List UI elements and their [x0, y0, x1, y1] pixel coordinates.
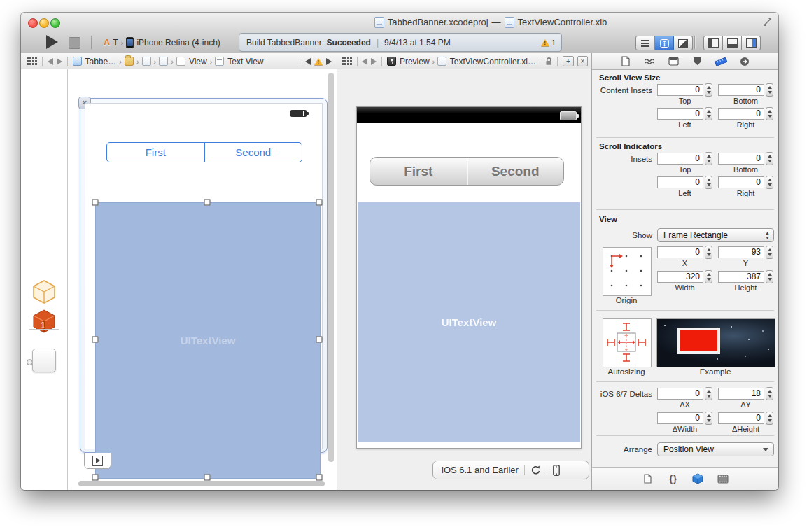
add-assistant-editor-button[interactable]: + [563, 56, 573, 66]
delta-width-stepper[interactable] [705, 412, 712, 425]
segment-first[interactable]: First [107, 143, 204, 162]
scheme-selector[interactable]: A T › iPhone Retina (4-inch) [104, 31, 220, 53]
assistant-editor-button[interactable] [655, 36, 674, 50]
delta-width-field[interactable]: 0 [657, 412, 703, 424]
fullscreen-icon[interactable] [762, 17, 773, 27]
delta-y-stepper[interactable] [766, 387, 773, 400]
indicator-inset-right-field[interactable]: 0 [718, 176, 764, 188]
content-inset-right-field[interactable]: 0 [718, 108, 764, 120]
code-snippet-icon[interactable]: { } [666, 473, 679, 484]
content-inset-bottom-stepper[interactable] [766, 83, 773, 97]
autosizing-widget[interactable] [603, 318, 652, 368]
preview-version-label[interactable]: iOS 6.1 and Earlier [442, 465, 519, 475]
related-items-icon[interactable] [27, 57, 37, 65]
quick-help-icon[interactable] [643, 56, 656, 67]
indicator-inset-bottom-field[interactable]: 0 [718, 153, 764, 164]
folder-icon[interactable] [125, 57, 134, 66]
arrange-pulldown[interactable]: Position View [657, 442, 774, 456]
height-stepper[interactable] [766, 270, 773, 284]
delta-height-stepper[interactable] [766, 412, 773, 425]
canvas-horizontal-scrollbar[interactable] [78, 481, 325, 486]
next-issue-button[interactable] [326, 58, 332, 65]
warning-counter[interactable]: 1 [541, 38, 556, 47]
resize-handle-sw[interactable] [92, 475, 99, 481]
content-inset-right-stepper[interactable] [766, 107, 773, 120]
toggle-utilities-button[interactable] [742, 36, 761, 50]
content-inset-top-stepper[interactable] [705, 83, 712, 97]
lock-icon[interactable] [545, 57, 552, 66]
previous-issue-button[interactable] [305, 58, 311, 65]
breadcrumb-project[interactable]: Tabbe… [85, 57, 117, 66]
indicator-inset-right-stepper[interactable] [766, 176, 773, 189]
delta-x-field[interactable]: 0 [657, 388, 703, 400]
rotate-preview-icon[interactable] [530, 465, 541, 475]
files-owner-icon[interactable] [32, 279, 56, 304]
designed-view[interactable]: First Second UITextView [85, 103, 323, 449]
resize-handle-n[interactable] [204, 200, 211, 206]
y-field[interactable]: 93 [718, 246, 764, 258]
width-stepper[interactable] [705, 270, 712, 284]
minimize-window-button[interactable] [39, 18, 49, 28]
media-library-icon[interactable] [717, 473, 729, 484]
assistant-forward-button[interactable] [371, 58, 377, 65]
forward-button[interactable] [57, 58, 62, 65]
segmented-control[interactable]: First Second [106, 142, 302, 162]
content-inset-top-field[interactable]: 0 [657, 84, 703, 96]
content-inset-left-field[interactable]: 0 [657, 108, 703, 120]
delta-height-field[interactable]: 0 [718, 412, 764, 424]
size-inspector-icon[interactable] [715, 56, 727, 67]
assistant-mode-label[interactable]: Preview [400, 57, 430, 66]
resize-handle-s[interactable] [204, 475, 211, 481]
attributes-inspector-icon[interactable] [691, 56, 703, 67]
indicator-inset-bottom-stepper[interactable] [766, 152, 773, 165]
file-inspector-icon[interactable] [619, 56, 632, 67]
height-field[interactable]: 387 [718, 271, 764, 283]
content-inset-left-stepper[interactable] [705, 107, 712, 120]
resize-handle-se[interactable] [316, 475, 323, 481]
view-controller-tab[interactable] [84, 453, 111, 469]
resize-handle-e[interactable] [316, 337, 323, 343]
indicator-inset-top-field[interactable]: 0 [657, 153, 703, 164]
assistant-file-name[interactable]: TextViewController.xi… [450, 57, 536, 66]
file-template-icon[interactable] [641, 473, 654, 484]
y-stepper[interactable] [766, 246, 773, 259]
standard-editor-button[interactable] [635, 36, 655, 50]
zoom-window-button[interactable] [50, 18, 60, 28]
uitextview[interactable]: UITextView [95, 202, 321, 479]
stop-button[interactable] [69, 37, 80, 49]
breadcrumb-text-view[interactable]: Text View [227, 57, 263, 66]
resize-handle-nw[interactable] [92, 200, 99, 206]
assistant-back-button[interactable] [362, 58, 367, 65]
back-button[interactable] [48, 58, 53, 65]
delta-y-field[interactable]: 18 [718, 388, 764, 400]
resize-handle-ne[interactable] [316, 200, 323, 206]
assistant-related-items-icon[interactable] [342, 57, 352, 65]
connections-inspector-icon[interactable] [738, 56, 751, 67]
x-field[interactable]: 0 [657, 246, 703, 258]
x-stepper[interactable] [705, 246, 712, 259]
identity-inspector-icon[interactable] [667, 56, 680, 67]
version-editor-button[interactable] [674, 36, 693, 50]
indicator-inset-left-field[interactable]: 0 [657, 176, 703, 188]
close-assistant-editor-button[interactable]: × [577, 56, 588, 66]
issue-warning-icon[interactable] [314, 58, 323, 65]
indicator-inset-top-stepper[interactable] [705, 152, 712, 165]
ib-canvas[interactable]: × First Second UITextView [68, 69, 337, 490]
width-field[interactable]: 320 [657, 271, 703, 283]
toggle-navigator-button[interactable] [703, 36, 723, 50]
show-popup[interactable]: Frame Rectangle ▲▼ [657, 228, 774, 242]
canvas-vertical-scrollbar[interactable] [328, 73, 334, 462]
resize-handle-w[interactable] [92, 337, 99, 343]
xib-objects-icon[interactable] [159, 57, 168, 66]
close-window-button[interactable] [28, 18, 38, 28]
toggle-debug-area-button[interactable] [723, 36, 742, 50]
device-toggle-icon[interactable] [553, 465, 560, 476]
content-inset-bottom-field[interactable]: 0 [718, 84, 764, 96]
view-object-thumbnail[interactable] [32, 349, 56, 372]
object-library-icon[interactable] [691, 473, 704, 484]
breadcrumb-view[interactable]: View [189, 57, 207, 66]
designed-view-window[interactable]: × First Second UITextView [80, 98, 328, 453]
xib-file-icon[interactable] [142, 57, 151, 66]
delta-x-stepper[interactable] [705, 387, 712, 400]
run-button[interactable] [46, 35, 58, 49]
